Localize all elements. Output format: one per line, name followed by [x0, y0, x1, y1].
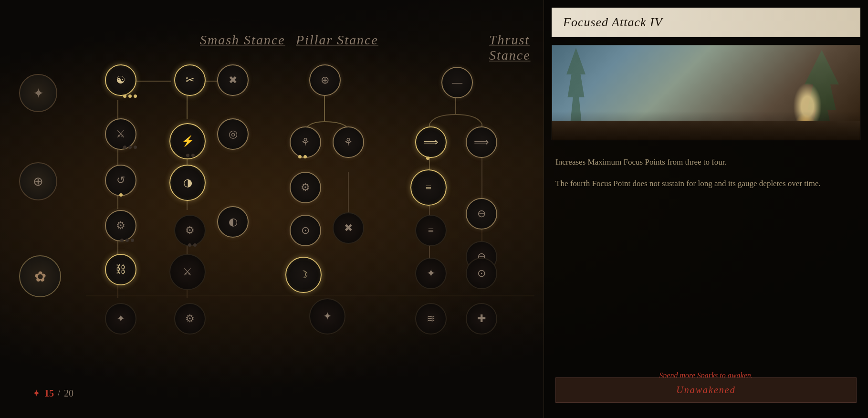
sparks-separator: /	[58, 388, 60, 398]
smash-icon-3-3: ◐	[229, 217, 238, 227]
smash-icon-4-1: ⚙	[116, 220, 125, 231]
thrust-icon-4-1: ≡	[428, 225, 434, 236]
pillar-icon-2-2: ⚘	[344, 137, 353, 147]
dot-t1	[426, 157, 429, 160]
smash-dots-1	[123, 94, 137, 98]
smash-node-5-2[interactable]: ⚔	[169, 254, 206, 290]
thrust-icon-3-2: ⊖	[477, 209, 486, 219]
thrust-node-5-2[interactable]: ⊙	[466, 258, 497, 289]
pillar-node-3-1[interactable]: ⚙	[290, 172, 321, 203]
sidebar-node-bot: ✿	[19, 255, 61, 297]
sidebar-node-mid: ⊕	[19, 162, 57, 200]
pillar-icon-3-2: ✖	[344, 223, 353, 233]
thrust-node-3-1[interactable]: ≡	[410, 169, 447, 206]
smash-icon-1-3: ✖	[229, 75, 237, 85]
dot-e3	[134, 146, 137, 149]
thrust-icon-6-2: ✚	[477, 314, 486, 324]
dot-e2	[128, 146, 132, 149]
dot-p2	[303, 155, 307, 158]
thrust-icon-2-2: ⟹	[474, 137, 489, 147]
smash-node-3-2[interactable]: ◑	[169, 165, 206, 201]
pillar-node-2-2[interactable]: ⚘	[333, 126, 364, 158]
sidebar-node-top: ✦	[19, 74, 57, 112]
skill-connections	[0, 0, 544, 418]
sparks-counter: ✦ 15 / 20	[32, 387, 73, 399]
smash-node-4-1[interactable]: ⚙	[105, 210, 136, 241]
pillar-icon-3-1: ⚙	[301, 182, 310, 193]
smash-dots-4	[120, 239, 134, 242]
smash-node-6-1[interactable]: ✦	[105, 303, 136, 334]
smash-icon-2-2: ⚡	[181, 136, 194, 146]
dot-3	[134, 94, 137, 98]
smash-icon-6-1: ✦	[116, 314, 125, 324]
smash-node-3-1[interactable]: ↺	[105, 165, 136, 196]
thrust-stance-label: Thrust Stance	[489, 32, 544, 63]
pillar-node-2-1[interactable]: ⚘	[290, 126, 321, 158]
thrust-node-1[interactable]: —	[441, 67, 473, 98]
info-panel-description: Increases Maximum Focus Points from thre…	[544, 148, 868, 206]
smash-dots-2b	[186, 154, 195, 157]
sparks-current: 15	[44, 388, 54, 399]
smash-icon-1-2: ✂	[186, 75, 194, 85]
dot-b1	[186, 154, 189, 157]
thrust-node-4-1[interactable]: ≡	[415, 215, 447, 246]
description-line-1: Increases Maximum Focus Points from thre…	[555, 156, 857, 169]
unawakened-button[interactable]: Unawakened	[555, 377, 857, 403]
smash-icon-1-1: ☯	[116, 75, 125, 85]
smash-dots-2	[123, 146, 137, 149]
thrust-node-5-1[interactable]: ✦	[415, 258, 447, 289]
smash-icon-2-3: ◎	[229, 129, 238, 139]
smash-icon-6-2: ⚙	[185, 314, 195, 324]
smash-icon-2-1: ⚔	[116, 129, 125, 139]
smash-dots-3	[119, 193, 123, 197]
pillar-node-5[interactable]: ☽	[285, 257, 322, 293]
dot-d3	[131, 239, 134, 242]
pillar-stance-label: Pillar Stance	[296, 32, 378, 48]
smash-node-2-3[interactable]: ◎	[217, 118, 249, 150]
thrust-node-2-1[interactable]: ⟹	[415, 126, 447, 158]
smash-node-1-3[interactable]: ✖	[217, 64, 249, 96]
pillar-node-4-1[interactable]: ⊙	[290, 215, 321, 246]
smash-node-5-1[interactable]: ⛓	[105, 254, 136, 285]
skill-tree: Smash Stance Pillar Stance Thrust Stance	[0, 0, 544, 418]
smash-icon-5-1: ⛓	[115, 264, 126, 275]
sparks-icon: ✦	[32, 387, 41, 399]
smash-node-1-1[interactable]: ☯	[105, 64, 136, 96]
thrust-node-6-1[interactable]: ≋	[415, 303, 447, 334]
smash-node-4-2[interactable]: ⚙	[174, 215, 206, 246]
pillar-icon-5: ☽	[299, 270, 308, 280]
pillar-icon-6: ✦	[323, 311, 332, 322]
pillar-node-3-2[interactable]: ✖	[333, 212, 364, 244]
thrust-node-3-2[interactable]: ⊖	[466, 198, 497, 230]
smash-dots-4b	[188, 243, 197, 247]
dot-d2	[125, 239, 129, 242]
thrust-node-6-2[interactable]: ✚	[466, 303, 497, 334]
pillar-icon-4-1: ⊙	[301, 225, 310, 236]
smash-node-6-2[interactable]: ⚙	[174, 303, 206, 334]
dot-p1	[298, 155, 302, 158]
pillar-dots-2	[298, 155, 307, 158]
pillar-icon-1: ⊕	[321, 75, 329, 85]
thrust-icon-2-1: ⟹	[423, 137, 439, 147]
thrust-icon-5-1: ✦	[427, 268, 435, 279]
thrust-node-2-2[interactable]: ⟹	[466, 126, 497, 158]
smash-icon-3-2: ◑	[183, 178, 192, 188]
dot-4b2	[193, 243, 197, 247]
dot-1	[123, 94, 126, 98]
pillar-node-1[interactable]: ⊕	[309, 64, 341, 96]
info-panel: Focused Attack IV Increases Maximum Focu…	[544, 0, 868, 418]
dot-d1	[120, 239, 124, 242]
dot-e1	[123, 146, 126, 149]
pillar-node-6[interactable]: ✦	[309, 298, 345, 334]
sparks-total: 20	[64, 388, 73, 399]
smash-node-1-2[interactable]: ✂	[174, 64, 206, 96]
dot-b2	[191, 154, 195, 157]
info-panel-title: Focused Attack IV	[563, 15, 849, 30]
light-burst	[795, 114, 815, 133]
info-panel-image	[552, 45, 860, 140]
smash-icon-5-2: ⚔	[183, 267, 192, 277]
smash-node-3-3[interactable]: ◐	[217, 206, 249, 238]
dot-4b1	[188, 243, 191, 247]
description-line-2: The fourth Focus Point does not sustain …	[555, 177, 857, 191]
thrust-icon-1: —	[452, 77, 462, 88]
